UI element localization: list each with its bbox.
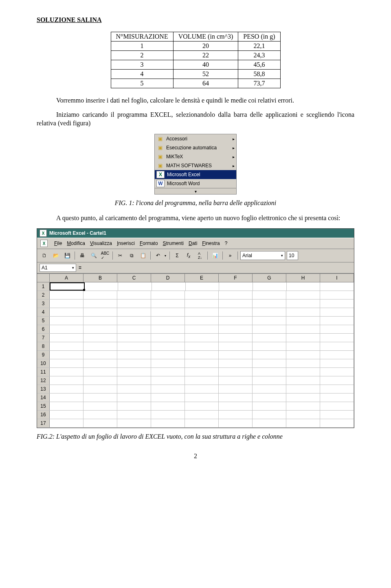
cell[interactable]	[117, 402, 151, 410]
cell[interactable]	[50, 342, 83, 350]
cell[interactable]	[286, 342, 320, 350]
cell[interactable]	[50, 411, 83, 419]
menu-item[interactable]: ▣Esecuzione automatica▸	[155, 143, 236, 152]
cell[interactable]	[219, 385, 253, 393]
cell[interactable]	[117, 385, 151, 393]
row-header[interactable]: 2	[37, 291, 50, 299]
row-header[interactable]: 10	[37, 359, 50, 367]
cell[interactable]	[83, 325, 117, 333]
cell[interactable]	[151, 334, 185, 342]
cell[interactable]	[151, 411, 185, 419]
cell[interactable]	[151, 376, 185, 385]
cell[interactable]	[50, 351, 83, 359]
column-header[interactable]: G	[253, 274, 286, 282]
cell[interactable]	[151, 291, 185, 299]
cell[interactable]	[83, 402, 117, 410]
cell[interactable]	[320, 359, 354, 367]
cell[interactable]	[50, 385, 83, 393]
cell[interactable]	[151, 317, 185, 325]
cell[interactable]	[50, 291, 83, 299]
cell[interactable]	[151, 402, 185, 410]
cell[interactable]	[151, 368, 185, 376]
menu-modifica[interactable]: Modifica	[67, 240, 85, 246]
cell[interactable]	[320, 291, 354, 299]
menu-item[interactable]: WMicrosoft Word	[155, 179, 236, 188]
cell[interactable]	[320, 402, 354, 410]
print-icon[interactable]: 🖶	[77, 251, 87, 260]
spreadsheet-grid[interactable]: ABCDEFGHI 1234567891011121314151617	[37, 273, 354, 428]
cell[interactable]	[50, 317, 83, 325]
cell[interactable]	[320, 351, 354, 359]
cell[interactable]	[286, 291, 320, 299]
row-header[interactable]: 6	[37, 325, 50, 333]
equals-icon[interactable]: =	[79, 265, 81, 271]
cell[interactable]	[83, 299, 117, 308]
cell[interactable]	[219, 334, 253, 342]
cell[interactable]	[320, 376, 354, 385]
cell[interactable]	[286, 299, 320, 308]
cell[interactable]	[320, 334, 354, 342]
font-name-combo[interactable]: Arial ▾	[240, 251, 285, 260]
cell[interactable]	[50, 325, 83, 333]
cell[interactable]	[50, 359, 83, 367]
cell[interactable]	[253, 393, 286, 402]
cell[interactable]	[117, 325, 151, 333]
cell[interactable]	[83, 359, 117, 367]
font-size-combo[interactable]: 10	[287, 251, 298, 260]
cell[interactable]	[219, 359, 253, 367]
row-header[interactable]: 8	[37, 342, 50, 350]
cell[interactable]	[286, 308, 320, 316]
cell[interactable]	[185, 385, 219, 393]
select-all-corner[interactable]	[37, 274, 50, 282]
menu-?[interactable]: ?	[225, 240, 228, 246]
save-icon[interactable]: 💾	[62, 251, 72, 260]
cell[interactable]	[83, 393, 117, 402]
column-header[interactable]: C	[117, 274, 151, 282]
menu-visualizza[interactable]: Visualizza	[90, 240, 112, 246]
cell[interactable]	[50, 419, 83, 427]
cell[interactable]	[83, 317, 117, 325]
row-header[interactable]: 17	[37, 419, 50, 427]
cell[interactable]	[185, 393, 219, 402]
row-header[interactable]: 12	[37, 376, 50, 385]
cell[interactable]	[253, 282, 287, 291]
cell[interactable]	[320, 299, 354, 308]
name-box[interactable]: A1 ▾	[40, 264, 76, 272]
cell[interactable]	[286, 359, 320, 367]
cell[interactable]	[253, 385, 286, 393]
copy-icon[interactable]: ⧉	[127, 251, 136, 260]
cell[interactable]	[253, 359, 286, 367]
cell[interactable]	[219, 299, 253, 308]
column-header[interactable]: A	[50, 274, 83, 282]
cell[interactable]	[185, 334, 219, 342]
more-icon[interactable]: »	[225, 251, 235, 260]
cell[interactable]	[185, 359, 219, 367]
cell[interactable]	[219, 342, 253, 350]
cell[interactable]	[151, 342, 185, 350]
column-header[interactable]: B	[83, 274, 117, 282]
cell[interactable]	[253, 419, 286, 427]
menu-dati[interactable]: Dati	[189, 240, 197, 246]
cell[interactable]	[320, 411, 354, 419]
cell[interactable]	[219, 402, 253, 410]
cell[interactable]	[185, 317, 219, 325]
cell[interactable]	[286, 411, 320, 419]
cell[interactable]	[286, 317, 320, 325]
cell[interactable]	[320, 342, 354, 350]
cell[interactable]	[83, 419, 117, 427]
paste-icon[interactable]: 📋	[138, 251, 148, 260]
open-icon[interactable]: 📂	[51, 251, 61, 260]
cell[interactable]	[253, 411, 286, 419]
column-header[interactable]: I	[320, 274, 354, 282]
cell[interactable]	[83, 342, 117, 350]
cell[interactable]	[286, 385, 320, 393]
row-header[interactable]: 9	[37, 351, 50, 359]
cell[interactable]	[117, 342, 151, 350]
menu-item[interactable]: XMicrosoft Excel	[155, 170, 236, 179]
cell[interactable]	[253, 317, 286, 325]
cell[interactable]	[286, 325, 320, 333]
cell[interactable]	[286, 351, 320, 359]
cell[interactable]	[83, 368, 117, 376]
cell[interactable]	[117, 359, 151, 367]
row-header[interactable]: 1	[37, 282, 50, 291]
